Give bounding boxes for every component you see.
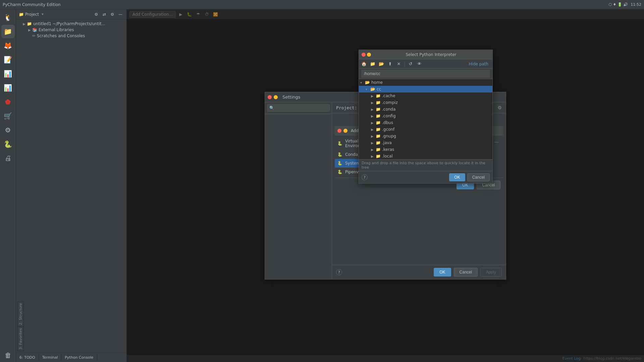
si-tree-label: .keras bbox=[382, 147, 394, 152]
si-tree-item[interactable]: ▶📁.keras bbox=[359, 146, 492, 153]
settings-apply-btn[interactable]: Apply bbox=[480, 268, 502, 277]
folder-icon: 📁 bbox=[376, 147, 381, 152]
hide-path-link[interactable]: Hide path bbox=[466, 62, 491, 66]
tree-arrow-icon: ▶ bbox=[371, 121, 376, 125]
tree-arrow-icon: ▶ bbox=[371, 155, 376, 158]
si-tree-item[interactable]: ▶📁.dbus bbox=[359, 119, 492, 126]
si-tree-item[interactable]: ▶📁.cache bbox=[359, 93, 492, 99]
settings-gear-icon[interactable]: ⚙ bbox=[497, 105, 502, 110]
folder-icon: 📚 bbox=[32, 27, 37, 32]
clock: 11:52 bbox=[631, 2, 641, 7]
favorites-tab[interactable]: 3: Favorites bbox=[17, 326, 24, 351]
folder-icon: 📁 bbox=[376, 140, 381, 145]
folder-icon: 📁 bbox=[376, 127, 381, 132]
tab-python-console[interactable]: Python Console bbox=[61, 354, 97, 361]
dock-icon-files[interactable]: 📁 bbox=[1, 25, 15, 38]
tab-terminal[interactable]: Terminal bbox=[39, 354, 62, 361]
si-refresh-btn[interactable]: ↺ bbox=[407, 60, 414, 68]
titlebar-right: ⬡ ♦ 🔋 🔊 11:52 bbox=[608, 2, 641, 7]
dock-icon-trash[interactable]: 🗑 bbox=[1, 349, 15, 362]
folder-icon: 📁 bbox=[376, 107, 381, 112]
dock-icon-pycharm[interactable]: 🐍 bbox=[1, 137, 15, 151]
minimize-dot[interactable] bbox=[274, 95, 278, 99]
dock-icon-impress[interactable]: 📊 bbox=[1, 81, 15, 95]
hint-text: Drag and drop a file into the space abov… bbox=[362, 161, 485, 170]
tree-item-ext-libs[interactable]: ▶ 📚 External Libraries bbox=[16, 27, 126, 33]
si-tree-label: .local bbox=[382, 154, 393, 159]
settings-search-input[interactable] bbox=[267, 104, 330, 112]
si-tree-item[interactable]: ▶📁.compiz bbox=[359, 99, 492, 106]
project-dropdown-icon[interactable]: ▾ bbox=[42, 12, 44, 16]
si-tree-item[interactable]: ▾📂home bbox=[359, 79, 492, 86]
settings-ok-btn[interactable]: OK bbox=[434, 268, 451, 277]
select-interp-tree: ▾📂home▾📂cc▶📁.cache▶📁.compiz▶📁.conda▶📁.co… bbox=[359, 79, 492, 160]
si-home-btn[interactable]: 🏠 bbox=[360, 60, 368, 68]
dock-icon-printer[interactable]: 🖨 bbox=[1, 152, 15, 165]
project-cog-btn[interactable]: ⚙ bbox=[93, 11, 100, 18]
close-dot[interactable] bbox=[268, 95, 272, 99]
tree-arrow-icon: ▶ bbox=[371, 128, 376, 131]
dock-icon-amazon[interactable]: 🛒 bbox=[1, 109, 15, 123]
si-tree-item[interactable]: ▶📁.gnupg bbox=[359, 133, 492, 139]
si-close-btn[interactable]: ✕ bbox=[395, 60, 402, 68]
tab-todo[interactable]: 6: TODO bbox=[16, 354, 39, 361]
dock-icon-calc[interactable]: 📊 bbox=[1, 67, 15, 80]
si-tree-item[interactable]: ▶📁.java bbox=[359, 139, 492, 146]
tree-arrow-icon: ▶ bbox=[371, 141, 376, 145]
si-tree-label: .gconf bbox=[382, 127, 394, 132]
add-close-dot[interactable] bbox=[337, 129, 341, 133]
tab-todo-label: 6: TODO bbox=[19, 355, 35, 360]
tree-arrow-icon: ▶ bbox=[371, 134, 376, 138]
si-tree-item[interactable]: ▶📁.gconf bbox=[359, 126, 492, 133]
select-interp-titlebar: Select Python Interpreter bbox=[359, 50, 492, 59]
si-close-dot[interactable] bbox=[362, 53, 366, 57]
si-tree-item[interactable]: ▾📂cc bbox=[359, 86, 492, 93]
folder-icon: 📂 bbox=[370, 87, 375, 92]
si-tree-label: .compiz bbox=[382, 100, 398, 105]
pipenv-icon: 🐍 bbox=[337, 170, 342, 174]
dock-icon-settings[interactable]: ⚙ bbox=[1, 123, 15, 137]
dock-icon-red[interactable]: ⬟ bbox=[1, 95, 15, 109]
interp-more-btn[interactable]: ⋯ bbox=[492, 138, 500, 146]
project-tree: ▶ 📁 untitled1 ~/PycharmProjects/untit...… bbox=[16, 19, 126, 300]
folder-icon: 📁 bbox=[376, 134, 381, 138]
structure-tab[interactable]: 2: Structure bbox=[17, 301, 24, 326]
si-folder-btn[interactable]: 📁 bbox=[369, 60, 376, 68]
si-hidden-btn[interactable]: 👁 bbox=[416, 60, 423, 68]
si-new-folder-btn[interactable]: 📂 bbox=[378, 60, 385, 68]
tree-item-scratches[interactable]: ✏ Scratches and Consoles bbox=[16, 33, 126, 39]
settings-help: ? bbox=[336, 268, 342, 277]
settings-cancel-btn[interactable]: Cancel bbox=[454, 268, 478, 277]
si-up-btn[interactable]: ⬆ bbox=[386, 60, 394, 68]
tree-label: untitled1 ~/PycharmProjects/untit... bbox=[33, 21, 105, 26]
tree-item-untitled1[interactable]: ▶ 📁 untitled1 ~/PycharmProjects/untit... bbox=[16, 21, 126, 27]
project-minimize-btn[interactable]: — bbox=[117, 11, 124, 18]
settings-footer: ? OK Cancel Apply bbox=[332, 265, 506, 279]
si-ok-btn[interactable]: OK bbox=[449, 173, 465, 181]
project-sync-btn[interactable]: ⇄ bbox=[101, 11, 108, 18]
select-interp-path-row bbox=[359, 69, 492, 79]
si-tree-item[interactable]: ▶📁.conda bbox=[359, 106, 492, 113]
project-more-btn[interactable]: ⚙ bbox=[109, 11, 116, 18]
si-tree-item[interactable]: ▶📁.local bbox=[359, 153, 492, 160]
folder-icon: 📁 bbox=[376, 114, 381, 118]
settings-help-btn[interactable]: ? bbox=[336, 269, 342, 275]
select-interp-path-input[interactable] bbox=[362, 70, 490, 77]
tree-label: External Libraries bbox=[39, 27, 74, 32]
tree-arrow-icon: ▶ bbox=[371, 94, 376, 98]
settings-title: Settings bbox=[282, 95, 300, 100]
virtualenv-icon: 🐍 bbox=[337, 141, 342, 146]
dock-icon-ubuntu[interactable]: 🐧 bbox=[1, 11, 15, 24]
si-tree-label: cc bbox=[377, 87, 381, 92]
dock-icon-writer[interactable]: 📝 bbox=[1, 53, 15, 66]
si-min-dot[interactable] bbox=[367, 53, 371, 57]
si-help-btn[interactable]: ? bbox=[362, 174, 368, 180]
si-tree-label: .gnupg bbox=[382, 134, 396, 138]
tree-arrow-icon: ▶ bbox=[371, 101, 376, 105]
tree-arrow: ▶ bbox=[28, 28, 32, 32]
project-panel: 📁 Project ▾ ⚙ ⇄ ⚙ — ▶ 📁 untitled1 ~/Pych… bbox=[16, 9, 127, 362]
si-cancel-btn[interactable]: Cancel bbox=[467, 173, 490, 181]
add-min-dot[interactable] bbox=[343, 129, 347, 133]
dock-icon-browser[interactable]: 🦊 bbox=[1, 39, 15, 52]
si-tree-item[interactable]: ▶📁.config bbox=[359, 113, 492, 119]
